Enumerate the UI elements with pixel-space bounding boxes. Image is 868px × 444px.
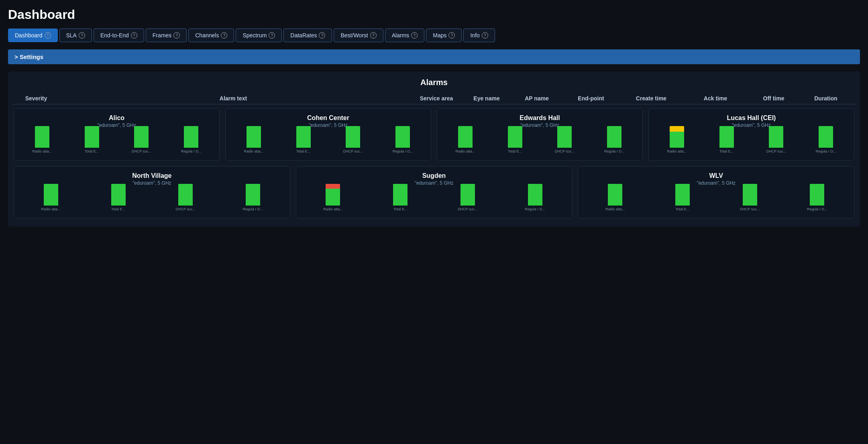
tab-bar: Dashboard?SLA?End-to-End?Frames?Channels… [8, 29, 860, 42]
card-alico[interactable]: Alico"eduroam", 5 GHzRadio atta...Total … [14, 108, 220, 161]
settings-bar[interactable]: > Settings [8, 49, 860, 64]
bar-chart-sugden: Radio atta...Total E...DHCP suc...Regula… [300, 190, 568, 212]
bar-group-wlv-1: Total E... [650, 184, 715, 212]
tab-frames[interactable]: Frames? [146, 29, 187, 42]
bar-label-sugden-3: Regula r D... [525, 207, 545, 212]
bar-label-north-village-2: DHCP suc... [176, 207, 196, 212]
bar-top-sugden-0 [326, 184, 340, 189]
tab-info[interactable]: Info? [463, 29, 495, 42]
bar-edwards-hall-1 [508, 126, 522, 148]
col-header-duration: Duration [800, 95, 852, 102]
bar-chart-lucas-hall: Radio atta...Total E...DHCP suc...Regula… [653, 132, 850, 154]
tab-help-icon-datarates[interactable]: ? [319, 32, 325, 39]
tab-help-icon-spectrum[interactable]: ? [269, 32, 275, 39]
bar-group-alico-3: Regula r D... [167, 126, 215, 154]
bar-group-wlv-0: Radio atta... [582, 184, 648, 212]
bar-label-sugden-1: Total E... [393, 207, 408, 212]
bar-group-north-village-3: Regula r D... [220, 184, 286, 212]
bar-cohen-center-3 [395, 126, 410, 148]
page-title: Dashboard [8, 7, 860, 22]
tab-help-icon-sla[interactable]: ? [79, 32, 85, 39]
bar-label-north-village-3: Regula r D... [243, 207, 263, 212]
tab-datarates[interactable]: DataRates? [283, 29, 332, 42]
bar-label-cohen-center-0: Radio atta... [244, 149, 264, 154]
bar-group-sugden-3: Regula r D... [502, 184, 568, 212]
bar-edwards-hall-2 [557, 126, 572, 148]
bar-lucas-hall-1 [719, 126, 734, 148]
bar-label-lucas-hall-0: Radio atta... [667, 149, 687, 154]
bar-group-north-village-0: Radio atta... [18, 184, 84, 212]
tab-alarms[interactable]: Alarms? [385, 29, 425, 42]
col-header-eye-name: Eye name [463, 95, 511, 102]
col-header-end-point: End-point [563, 95, 619, 102]
tab-spectrum[interactable]: Spectrum? [236, 29, 282, 42]
bar-group-lucas-hall-2: DHCP suc... [752, 126, 801, 154]
tab-label-channels: Channels [195, 32, 219, 39]
bar-lucas-hall-3 [819, 126, 833, 148]
bar-label-alico-2: DHCP suc... [132, 149, 151, 154]
bar-label-edwards-hall-3: Regula r D... [604, 149, 625, 154]
bar-label-cohen-center-1: Total E... [296, 149, 310, 154]
bar-label-wlv-3: Regula r D... [807, 207, 827, 212]
tab-label-maps: Maps [433, 32, 446, 39]
tab-maps[interactable]: Maps? [426, 29, 462, 42]
card-north-village[interactable]: North Village"eduroam", 5 GHzRadio atta.… [14, 166, 290, 218]
bar-alico-0 [35, 126, 49, 148]
bar-group-cohen-center-2: DHCP suc... [329, 126, 377, 154]
tab-help-icon-alarms[interactable]: ? [411, 32, 418, 39]
tab-end-to-end[interactable]: End-to-End? [94, 29, 144, 42]
alarms-title: Alarms [12, 78, 856, 87]
bar-wlv-0 [608, 184, 622, 206]
bar-group-lucas-hall-0: Radio atta... [653, 126, 701, 154]
bar-bottom-sugden-0 [326, 189, 340, 206]
bar-top-lucas-hall-0 [670, 126, 684, 132]
tab-label-sla: SLA [66, 32, 77, 39]
card-edwards-hall[interactable]: Edwards Hall"eduroam", 5 GHzRadio atta..… [437, 108, 643, 161]
bar-label-wlv-1: Total E... [675, 207, 689, 212]
tab-help-icon-info[interactable]: ? [482, 32, 488, 39]
card-wlv[interactable]: WLV"eduroam", 5 GHzRadio atta...Total E.… [578, 166, 854, 218]
bar-group-lucas-hall-3: Regula r D... [802, 126, 850, 154]
bar-cohen-center-2 [346, 126, 360, 148]
bar-label-cohen-center-2: DHCP suc... [343, 149, 363, 154]
bar-group-cohen-center-1: Total E... [279, 126, 328, 154]
bar-label-lucas-hall-3: Regula r D... [816, 149, 836, 154]
tab-help-icon-end-to-end[interactable]: ? [131, 32, 137, 39]
bar-label-alico-0: Radio atta... [33, 149, 52, 154]
bar-alico-2 [134, 126, 149, 148]
bar-wlv-3 [810, 184, 824, 206]
card-title-north-village: North Village [18, 172, 286, 179]
bar-group-north-village-2: DHCP suc... [153, 184, 218, 212]
tab-help-icon-maps[interactable]: ? [448, 32, 455, 39]
col-header-ack-time: Ack time [683, 95, 748, 102]
tab-help-icon-best-worst[interactable]: ? [370, 32, 377, 39]
card-sugden[interactable]: Sugden"eduroam", 5 GHzRadio atta...Total… [296, 166, 573, 218]
tab-label-datarates: DataRates [290, 32, 317, 39]
tab-help-icon-channels[interactable]: ? [221, 32, 227, 39]
bar-cohen-center-1 [296, 126, 311, 148]
bar-chart-cohen-center: Radio atta...Total E...DHCP suc...Regula… [230, 132, 427, 154]
card-lucas-hall[interactable]: Lucas Hall (CEI)"eduroam", 5 GHzRadio at… [648, 108, 854, 161]
bar-edwards-hall-3 [607, 126, 621, 148]
tab-sla[interactable]: SLA? [59, 29, 92, 42]
tab-best-worst[interactable]: Best/Worst? [334, 29, 383, 42]
tab-help-icon-frames[interactable]: ? [173, 32, 180, 39]
card-title-sugden: Sugden [300, 172, 568, 179]
col-header-ap-name: AP name [511, 95, 563, 102]
card-title-wlv: WLV [582, 172, 850, 179]
card-cohen-center[interactable]: Cohen Center"eduroam", 5 GHzRadio atta..… [225, 108, 431, 161]
bar-label-wlv-0: Radio atta... [605, 207, 625, 212]
bar-group-edwards-hall-0: Radio atta... [441, 126, 489, 154]
bar-chart-wlv: Radio atta...Total E...DHCP suc...Regula… [582, 190, 850, 212]
bar-group-north-village-1: Total E... [86, 184, 151, 212]
cards-row-1: Alico"eduroam", 5 GHzRadio atta...Total … [12, 108, 856, 161]
tab-help-icon-dashboard[interactable]: ? [45, 32, 51, 39]
bar-sugden-2 [460, 184, 475, 206]
tab-label-info: Info [470, 32, 479, 39]
tab-dashboard[interactable]: Dashboard? [8, 29, 58, 42]
tab-channels[interactable]: Channels? [188, 29, 234, 42]
alarms-section: Alarms SeverityAlarm textService areaEye… [8, 71, 860, 226]
bar-group-wlv-3: Regula r D... [784, 184, 850, 212]
bar-group-alico-2: DHCP suc... [118, 126, 166, 154]
card-title-alico: Alico [18, 114, 215, 122]
